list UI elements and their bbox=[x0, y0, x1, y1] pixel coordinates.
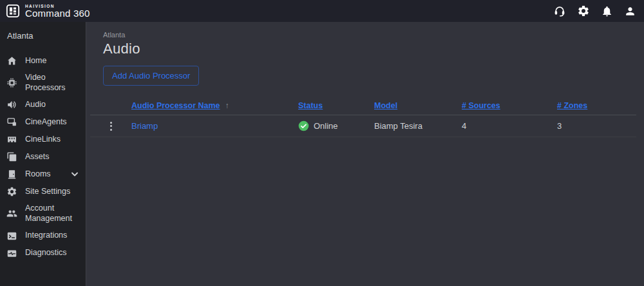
sidebar-item-video-processors[interactable]: Video Processors bbox=[0, 70, 86, 96]
site-selector[interactable]: Atlanta bbox=[0, 22, 86, 44]
topbar: HAIVISION Command 360 bbox=[0, 0, 644, 22]
speaker-icon bbox=[6, 99, 17, 110]
column-header-status[interactable]: Status bbox=[298, 101, 374, 110]
chevron-down-icon bbox=[71, 172, 80, 176]
gear-icon bbox=[6, 186, 17, 197]
main-content: Atlanta Audio Add Audio Processor Audio … bbox=[86, 22, 644, 286]
page-title: Audio bbox=[103, 41, 644, 57]
sources-cell: 4 bbox=[462, 121, 557, 131]
settings-gear-icon bbox=[577, 5, 590, 17]
zones-cell: 3 bbox=[557, 121, 636, 131]
app-window: HAIVISION Command 360 bbox=[0, 0, 644, 286]
haivision-logo-icon bbox=[6, 4, 20, 18]
processor-name-link[interactable]: Briamp bbox=[131, 121, 158, 131]
sidebar-item-rooms[interactable]: Rooms bbox=[0, 166, 86, 183]
door-icon bbox=[6, 169, 17, 180]
sidebar-item-label: Audio bbox=[25, 100, 80, 110]
sidebar-item-cineagents[interactable]: CineAgents bbox=[0, 113, 86, 131]
model-cell: Biamp Tesira bbox=[374, 121, 462, 131]
table-header-row: Audio Processor Name↑ Status Model # Sou… bbox=[90, 96, 636, 115]
row-actions-menu-button[interactable] bbox=[106, 119, 116, 133]
table-row: Briamp Online Biamp Tesira 4 3 bbox=[90, 115, 636, 137]
sidebar-item-label: Account Management bbox=[25, 204, 80, 224]
audio-processors-table: Audio Processor Name↑ Status Model # Sou… bbox=[90, 96, 636, 137]
column-header-name[interactable]: Audio Processor Name↑ bbox=[131, 101, 298, 110]
stacked-layers-icon bbox=[6, 151, 17, 162]
brand-product: Command 360 bbox=[25, 8, 90, 19]
add-audio-processor-button[interactable]: Add Audio Processor bbox=[103, 66, 199, 86]
sidebar-item-label: Integrations bbox=[25, 231, 80, 241]
people-icon bbox=[6, 208, 17, 219]
support-button[interactable] bbox=[553, 5, 566, 17]
sidebar-item-diagnostics[interactable]: Diagnostics bbox=[0, 245, 86, 262]
brand-logo[interactable]: HAIVISION Command 360 bbox=[6, 4, 90, 19]
sort-ascending-icon: ↑ bbox=[225, 101, 229, 110]
home-icon bbox=[6, 55, 17, 66]
column-header-sources[interactable]: # Sources bbox=[462, 101, 557, 110]
column-header-model[interactable]: Model bbox=[374, 101, 462, 110]
column-header-zones[interactable]: # Zones bbox=[557, 101, 636, 110]
topbar-actions bbox=[553, 5, 636, 17]
sidebar: Atlanta Home Video Processors bbox=[0, 22, 86, 286]
sidebar-item-assets[interactable]: Assets bbox=[0, 148, 86, 166]
user-profile-button[interactable] bbox=[624, 5, 636, 17]
status-cell: Online bbox=[298, 120, 374, 131]
sidebar-nav: Home Video Processors bbox=[0, 52, 86, 262]
sidebar-item-label: CineLinks bbox=[25, 135, 80, 145]
sidebar-item-label: Video Processors bbox=[25, 73, 80, 93]
support-headset-icon bbox=[553, 5, 566, 17]
sidebar-item-label: Site Settings bbox=[25, 187, 80, 197]
sidebar-item-audio[interactable]: Audio bbox=[0, 96, 86, 113]
ethernet-port-icon bbox=[6, 134, 17, 145]
breadcrumb: Atlanta bbox=[103, 31, 644, 39]
brand-text: HAIVISION Command 360 bbox=[25, 4, 90, 19]
notifications-button[interactable] bbox=[601, 5, 613, 17]
notifications-bell-icon bbox=[601, 5, 613, 17]
user-profile-icon bbox=[624, 5, 636, 17]
agent-window-icon bbox=[6, 117, 17, 128]
sidebar-item-site-settings[interactable]: Site Settings bbox=[0, 183, 86, 200]
sidebar-item-label: Rooms bbox=[25, 169, 64, 180]
sidebar-item-cinelinks[interactable]: CineLinks bbox=[0, 131, 86, 148]
sidebar-item-integrations[interactable]: Integrations bbox=[0, 227, 86, 245]
sidebar-item-label: CineAgents bbox=[25, 117, 80, 128]
diagnostics-box-icon bbox=[6, 248, 17, 259]
settings-button[interactable] bbox=[577, 5, 590, 17]
sidebar-item-account-management[interactable]: Account Management bbox=[0, 200, 86, 227]
sidebar-item-label: Home bbox=[25, 56, 80, 66]
processor-chip-icon bbox=[6, 77, 17, 88]
sidebar-item-label: Diagnostics bbox=[25, 248, 80, 258]
terminal-window-icon bbox=[6, 231, 17, 242]
sidebar-item-label: Assets bbox=[25, 152, 80, 162]
status-text: Online bbox=[314, 121, 338, 131]
sidebar-item-home[interactable]: Home bbox=[0, 52, 86, 70]
status-online-icon bbox=[298, 120, 309, 131]
